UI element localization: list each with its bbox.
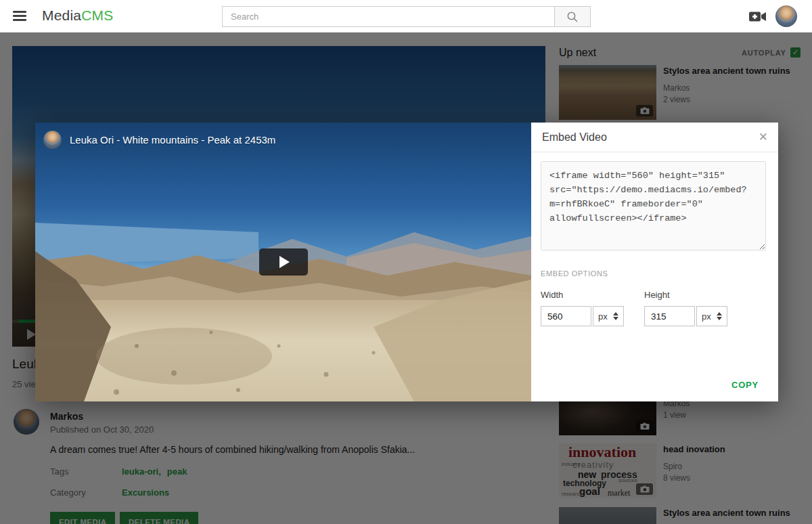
height-input[interactable] bbox=[644, 306, 695, 326]
play-icon bbox=[279, 256, 290, 268]
copy-button[interactable]: COPY bbox=[731, 380, 759, 390]
top-header: MediaCMS bbox=[0, 0, 812, 32]
search-bar bbox=[222, 6, 591, 27]
width-input[interactable] bbox=[541, 306, 591, 326]
size-fields: Width px Height px bbox=[541, 290, 769, 326]
width-unit-select[interactable]: px bbox=[593, 306, 624, 326]
embed-player-title: Leuka Ori - White mountains - Peak at 24… bbox=[70, 134, 275, 146]
spinner-icon bbox=[613, 312, 618, 320]
embed-code-textarea[interactable]: <iframe width="560" height="315" src="ht… bbox=[541, 161, 766, 250]
spinner-icon bbox=[717, 312, 722, 320]
embed-video-modal: Leuka Ori - White mountains - Peak at 24… bbox=[35, 123, 778, 401]
logo-cms: CMS bbox=[81, 7, 113, 23]
embed-preview-player: Leuka Ori - White mountains - Peak at 24… bbox=[35, 123, 531, 401]
videocam-plus-icon bbox=[748, 10, 767, 23]
height-unit-value: px bbox=[702, 311, 711, 322]
embed-options-panel: Embed Video ✕ <iframe width="560" height… bbox=[531, 123, 778, 401]
search-button[interactable] bbox=[555, 6, 591, 27]
height-unit-select[interactable]: px bbox=[696, 306, 727, 326]
embed-options-label: EMBED OPTIONS bbox=[541, 269, 769, 278]
search-input[interactable] bbox=[222, 6, 555, 27]
width-field: Width px bbox=[541, 290, 624, 326]
height-label: Height bbox=[644, 290, 727, 300]
app-logo[interactable]: MediaCMS bbox=[42, 7, 113, 24]
embed-play-button[interactable] bbox=[259, 248, 308, 276]
modal-body: <iframe width="560" height="315" src="ht… bbox=[531, 152, 778, 335]
close-icon[interactable]: ✕ bbox=[759, 130, 768, 144]
search-icon bbox=[566, 11, 579, 23]
embed-player-header: Leuka Ori - White mountains - Peak at 24… bbox=[43, 131, 275, 149]
uploader-avatar bbox=[43, 131, 62, 149]
menu-icon[interactable] bbox=[13, 11, 26, 22]
width-unit-value: px bbox=[598, 311, 608, 322]
modal-header: Embed Video ✕ bbox=[531, 123, 778, 152]
upload-media-button[interactable] bbox=[748, 10, 767, 23]
user-avatar[interactable] bbox=[775, 5, 797, 27]
height-field: Height px bbox=[644, 290, 727, 326]
logo-media: Media bbox=[42, 7, 81, 23]
width-label: Width bbox=[541, 290, 624, 300]
modal-title: Embed Video bbox=[542, 131, 607, 144]
